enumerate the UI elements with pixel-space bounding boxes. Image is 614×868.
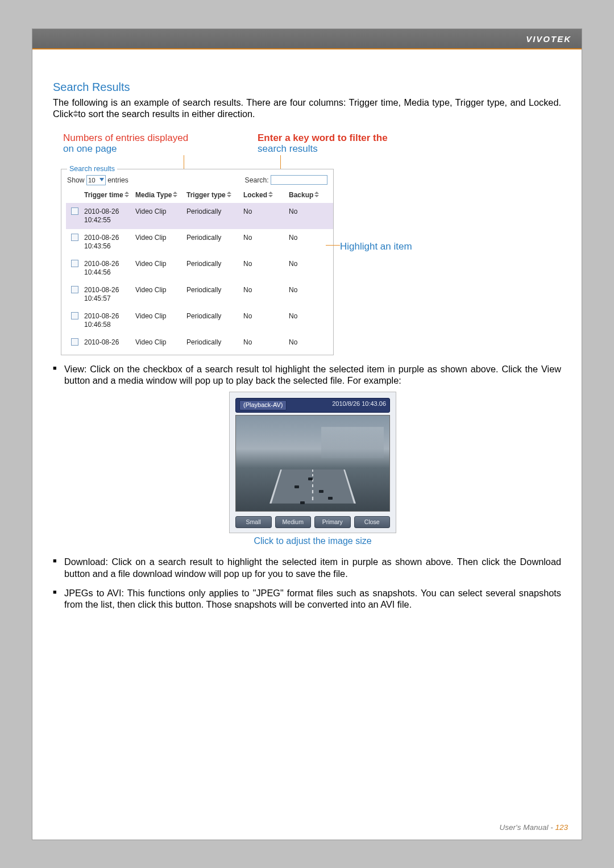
sort-icon (227, 193, 231, 198)
building-shape (321, 427, 384, 458)
panel-top-row: Show 10 entries Search: (66, 175, 329, 185)
sort-icon (125, 193, 129, 198)
entries-select[interactable]: 10 (86, 175, 106, 185)
cell-trigger-type: Periodically (185, 281, 242, 308)
chevron-down-icon (99, 178, 104, 181)
cell-backup: No (288, 229, 333, 255)
cell-media-type: Video Clip (134, 255, 185, 281)
entries-group: Show 10 entries (67, 175, 128, 185)
table-row[interactable]: 2010-08-2610:42:55Video ClipPeriodically… (66, 203, 333, 229)
table-header-row: Trigger time Media Type Trigger type Loc… (66, 189, 333, 203)
entries-word: entries (107, 176, 128, 184)
cell-trigger-time: 2010-08-26 (83, 334, 134, 352)
cell-media-type: Video Clip (134, 281, 185, 308)
highlight-callout: Highlight an item (340, 240, 412, 252)
document-page: VIVOTEK Search Results The following is … (32, 28, 582, 840)
cell-trigger-time: 2010-08-2610:45:57 (83, 281, 134, 308)
cell-trigger-time: 2010-08-2610:42:55 (83, 203, 134, 229)
table-row[interactable]: 2010-08-2610:44:56Video ClipPeriodically… (66, 255, 333, 281)
car-icon (294, 485, 299, 488)
brand-name: VIVOTEK (526, 34, 571, 44)
size-medium-button[interactable]: Medium (275, 516, 312, 528)
size-primary-button[interactable]: Primary (314, 516, 351, 528)
results-table: Trigger time Media Type Trigger type Loc… (66, 189, 333, 352)
cell-trigger-type: Periodically (185, 308, 242, 334)
cell-media-type: Video Clip (134, 308, 185, 334)
col-trigger-type[interactable]: Trigger type (185, 189, 242, 203)
table-row[interactable]: 2010-08-2610:46:58Video ClipPeriodically… (66, 308, 333, 334)
label-search: Enter a key word to filter the search re… (258, 132, 428, 154)
table-row[interactable]: 2010-08-26Video ClipPeriodicallyNoNo (66, 334, 333, 352)
cell-locked: No (242, 229, 288, 255)
cell-trigger-type: Periodically (185, 255, 242, 281)
col-trigger-time[interactable]: Trigger time (83, 189, 134, 203)
search-group: Search: (245, 175, 327, 185)
label-search-r: Enter a key word to filter the (258, 132, 388, 143)
cell-locked: No (242, 334, 288, 352)
cell-media-type: Video Clip (134, 334, 185, 352)
cell-backup: No (288, 203, 333, 229)
bullet-download: Download: Click on a search result to hi… (53, 556, 561, 579)
close-button[interactable]: Close (354, 516, 391, 528)
col-media-type[interactable]: Media Type (134, 189, 185, 203)
cell-backup: No (288, 334, 333, 352)
cell-trigger-type: Periodically (185, 203, 242, 229)
col-locked[interactable]: Locked (242, 189, 288, 203)
sort-icon (268, 193, 273, 198)
size-small-button[interactable]: Small (235, 516, 272, 528)
cell-backup: No (288, 308, 333, 334)
row-checkbox[interactable] (71, 338, 78, 346)
col-backup-label: Backup (289, 191, 313, 199)
search-results-panel: Search results Show 10 entries Search: (61, 169, 334, 355)
cell-trigger-type: Periodically (185, 229, 242, 255)
row-checkbox[interactable] (71, 207, 78, 215)
col-trigger-time-label: Trigger time (84, 191, 123, 199)
intro-text-b: to sort the search results in either dir… (78, 109, 255, 119)
row-checkbox[interactable] (71, 260, 78, 267)
search-input[interactable] (271, 175, 327, 185)
col-backup[interactable]: Backup (288, 189, 333, 203)
row-checkbox[interactable] (71, 286, 78, 293)
bullet-list: View: Click on the checkbox of a search … (53, 363, 561, 610)
playback-buttons: Small Medium Primary Close (235, 516, 390, 528)
car-icon (300, 501, 305, 504)
road-shape (269, 470, 356, 504)
label-entries-b: on one page (63, 143, 117, 154)
section-title: Search Results (53, 80, 561, 94)
cell-trigger-type: Periodically (185, 334, 242, 352)
playback-header: (Playback-AV) 2010/8/26 10:43.06 (235, 398, 390, 413)
car-icon (328, 497, 333, 500)
cell-locked: No (242, 255, 288, 281)
col-media-type-label: Media Type (135, 191, 172, 199)
cell-trigger-time: 2010-08-2610:43:56 (83, 229, 134, 255)
panel-wrap: Search results Show 10 entries Search: (53, 169, 561, 355)
row-checkbox[interactable] (71, 234, 78, 241)
playback-frame (235, 415, 390, 512)
car-icon (319, 490, 323, 493)
footer-page: 123 (555, 823, 568, 832)
show-label: Show (67, 176, 85, 184)
cell-backup: No (288, 281, 333, 308)
search-label: Search: (245, 176, 269, 184)
row-checkbox[interactable] (71, 312, 78, 319)
cell-trigger-time: 2010-08-2610:46:58 (83, 308, 134, 334)
cell-media-type: Video Clip (134, 229, 185, 255)
cell-trigger-time: 2010-08-2610:44:56 (83, 255, 134, 281)
cell-locked: No (242, 203, 288, 229)
footer-label: User's Manual - (500, 823, 555, 832)
panel-legend: Search results (67, 165, 117, 174)
cell-locked: No (242, 281, 288, 308)
annotation-labels: Numbers of entries displayed on one page… (53, 132, 561, 159)
bullet-jpegs: JPEGs to AVI: This functions only applie… (53, 587, 561, 610)
car-icon (308, 477, 313, 480)
col-locked-label: Locked (243, 191, 267, 199)
playback-caption: Click to adjust the image size (64, 535, 561, 547)
table-row[interactable]: 2010-08-2610:45:57Video ClipPeriodically… (66, 281, 333, 308)
col-trigger-type-label: Trigger type (186, 191, 226, 199)
playback-window: (Playback-AV) 2010/8/26 10:43.06 Small (229, 392, 396, 533)
highlight-callout-line (326, 245, 340, 246)
table-row[interactable]: 2010-08-2610:43:56Video ClipPeriodically… (66, 229, 333, 255)
label-entries: Numbers of entries displayed on one page (63, 132, 222, 154)
lane-marking (312, 470, 313, 504)
cell-media-type: Video Clip (134, 203, 185, 229)
